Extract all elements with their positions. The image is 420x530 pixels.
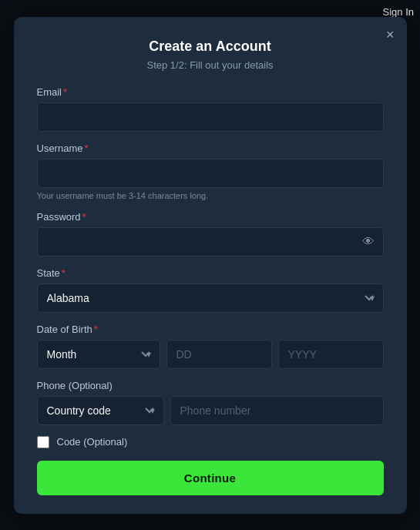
phone-label: Phone (Optional) bbox=[37, 380, 384, 391]
day-input[interactable] bbox=[166, 340, 272, 369]
password-input[interactable] bbox=[37, 227, 384, 257]
state-label: State* bbox=[37, 267, 384, 279]
username-input[interactable] bbox=[37, 159, 384, 188]
code-label: Code (Optional) bbox=[57, 436, 128, 448]
modal-subtitle: Step 1/2: Fill out your details bbox=[37, 59, 384, 71]
dob-required: * bbox=[94, 324, 98, 335]
password-wrapper: 👁 bbox=[37, 227, 384, 257]
email-group: Email* bbox=[37, 86, 384, 132]
phone-group: Phone (Optional) Country code +1 (US) +4… bbox=[37, 380, 384, 425]
dob-label: Date of Birth* bbox=[37, 324, 384, 335]
continue-button[interactable]: Continue bbox=[37, 461, 384, 495]
phone-number-wrapper bbox=[170, 396, 384, 425]
modal-title: Create an Account bbox=[37, 39, 384, 55]
country-code-select[interactable]: Country code +1 (US) +44 (UK) +61 (AU) +… bbox=[37, 396, 164, 425]
close-button[interactable]: × bbox=[386, 28, 395, 42]
email-label: Email* bbox=[37, 86, 384, 98]
month-wrapper: Month January February March April May J… bbox=[37, 340, 160, 369]
email-required: * bbox=[63, 86, 67, 98]
dob-row: Month January February March April May J… bbox=[37, 340, 384, 369]
year-wrapper bbox=[278, 340, 384, 369]
code-group: Code (Optional) bbox=[37, 436, 384, 448]
state-select[interactable]: Alabama Alaska Arizona Arkansas Californ… bbox=[37, 283, 384, 313]
month-select[interactable]: Month January February March April May J… bbox=[37, 340, 160, 369]
state-group: State* Alabama Alaska Arizona Arkansas C… bbox=[37, 267, 384, 313]
password-group: Password* 👁 bbox=[37, 211, 384, 257]
dob-group: Date of Birth* Month January February Ma… bbox=[37, 324, 384, 369]
password-required: * bbox=[82, 211, 86, 223]
sign-in-button[interactable]: Sign In bbox=[383, 6, 414, 18]
country-code-wrapper: Country code +1 (US) +44 (UK) +61 (AU) +… bbox=[37, 396, 164, 425]
create-account-modal: × Create an Account Step 1/2: Fill out y… bbox=[14, 17, 407, 514]
day-wrapper bbox=[166, 340, 272, 369]
show-password-icon[interactable]: 👁 bbox=[362, 235, 375, 249]
username-label: Username* bbox=[37, 143, 384, 154]
email-input[interactable] bbox=[37, 102, 384, 132]
username-group: Username* Your username must be 3-14 cha… bbox=[37, 143, 384, 200]
state-required: * bbox=[62, 267, 66, 279]
phone-row: Country code +1 (US) +44 (UK) +61 (AU) +… bbox=[37, 396, 384, 425]
password-label: Password* bbox=[37, 211, 384, 223]
state-select-wrapper: Alabama Alaska Arizona Arkansas Californ… bbox=[37, 283, 384, 313]
phone-number-input[interactable] bbox=[170, 396, 384, 425]
code-checkbox[interactable] bbox=[37, 436, 49, 448]
username-required: * bbox=[84, 143, 88, 154]
year-input[interactable] bbox=[278, 340, 384, 369]
username-hint: Your username must be 3-14 characters lo… bbox=[37, 191, 384, 200]
